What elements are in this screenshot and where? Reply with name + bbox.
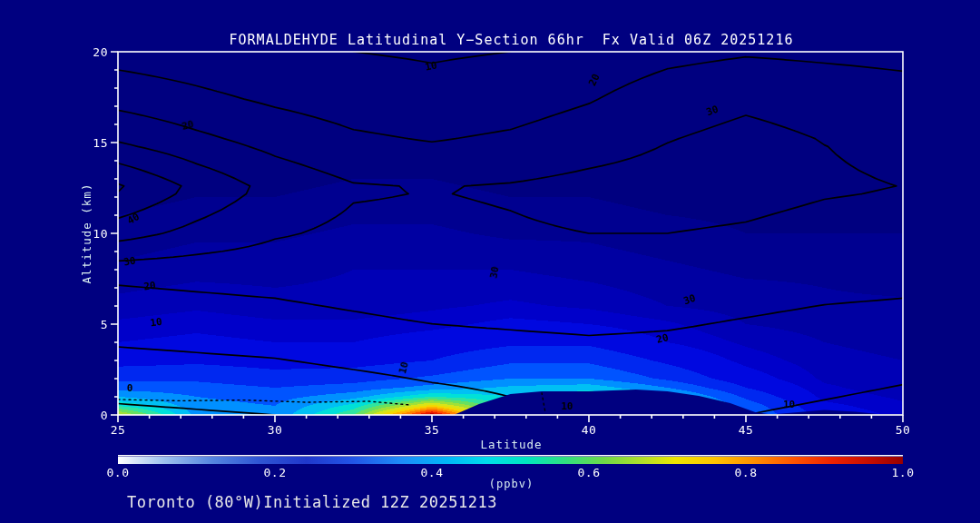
x-tick-label: 30 — [268, 423, 283, 437]
x-tick-label: 35 — [425, 423, 440, 437]
colorbar-tick-label: 0.6 — [578, 466, 601, 479]
y-tick-label: 0 — [101, 409, 108, 422]
contour-line-label: 30 — [488, 266, 502, 280]
contour-line-label: 0 — [127, 382, 133, 394]
y-tick-label: 5 — [101, 318, 108, 331]
contour-line-label: 20 — [142, 280, 156, 293]
run-info-annotation: Toronto (80°W)Initialized 12Z 20251213 — [127, 493, 497, 511]
contour-line-label: 30 — [122, 255, 136, 269]
x-tick-label: 40 — [582, 423, 597, 437]
x-tick-label: 25 — [111, 423, 126, 437]
colorbar-units-label: (ppbv) — [118, 478, 905, 490]
contour-line-label: 10 — [561, 400, 573, 412]
x-tick-label: 45 — [739, 423, 754, 437]
x-axis-label: Latitude — [118, 438, 905, 451]
colorbar-tick-label: 0.8 — [735, 466, 758, 479]
y-tick-label: 10 — [93, 227, 108, 241]
y-tick-label: 15 — [93, 136, 108, 150]
colorbar-tick-label: 1.0 — [892, 466, 915, 479]
cross-section-app: FORMALDEHYDE Latitudinal Y−Section 66hr … — [0, 0, 980, 523]
contour-line-label: 10 — [783, 399, 795, 410]
colorbar-tick-label: 0.0 — [107, 466, 130, 479]
chart-title: FORMALDEHYDE Latitudinal Y−Section 66hr … — [118, 32, 905, 48]
contour-line-label: 10 — [424, 59, 438, 73]
x-tick-label: 50 — [896, 423, 911, 437]
contour-line-label: 10 — [150, 316, 163, 330]
y-tick-label: 20 — [93, 45, 108, 59]
colorbar-tick-label: 0.2 — [264, 466, 287, 479]
colorbar-tick-label: 0.4 — [421, 466, 444, 479]
y-axis-label: Altitude (km) — [80, 183, 93, 284]
